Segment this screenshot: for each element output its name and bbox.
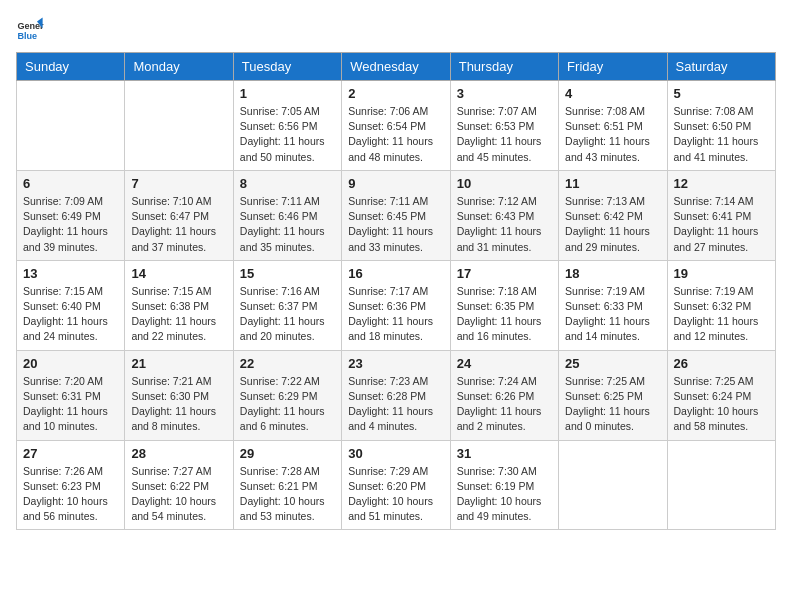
day-number: 14: [131, 266, 226, 281]
calendar-week-row: 6Sunrise: 7:09 AM Sunset: 6:49 PM Daylig…: [17, 170, 776, 260]
calendar-cell: 6Sunrise: 7:09 AM Sunset: 6:49 PM Daylig…: [17, 170, 125, 260]
calendar-cell: 29Sunrise: 7:28 AM Sunset: 6:21 PM Dayli…: [233, 440, 341, 530]
day-info: Sunrise: 7:19 AM Sunset: 6:33 PM Dayligh…: [565, 284, 660, 345]
day-number: 26: [674, 356, 769, 371]
day-number: 16: [348, 266, 443, 281]
day-info: Sunrise: 7:26 AM Sunset: 6:23 PM Dayligh…: [23, 464, 118, 525]
day-info: Sunrise: 7:22 AM Sunset: 6:29 PM Dayligh…: [240, 374, 335, 435]
day-info: Sunrise: 7:15 AM Sunset: 6:38 PM Dayligh…: [131, 284, 226, 345]
calendar-cell: 8Sunrise: 7:11 AM Sunset: 6:46 PM Daylig…: [233, 170, 341, 260]
calendar-cell: 22Sunrise: 7:22 AM Sunset: 6:29 PM Dayli…: [233, 350, 341, 440]
day-info: Sunrise: 7:15 AM Sunset: 6:40 PM Dayligh…: [23, 284, 118, 345]
day-info: Sunrise: 7:23 AM Sunset: 6:28 PM Dayligh…: [348, 374, 443, 435]
calendar-week-row: 1Sunrise: 7:05 AM Sunset: 6:56 PM Daylig…: [17, 81, 776, 171]
calendar-cell: 11Sunrise: 7:13 AM Sunset: 6:42 PM Dayli…: [559, 170, 667, 260]
day-info: Sunrise: 7:25 AM Sunset: 6:25 PM Dayligh…: [565, 374, 660, 435]
calendar-cell: 9Sunrise: 7:11 AM Sunset: 6:45 PM Daylig…: [342, 170, 450, 260]
day-info: Sunrise: 7:24 AM Sunset: 6:26 PM Dayligh…: [457, 374, 552, 435]
calendar-week-row: 13Sunrise: 7:15 AM Sunset: 6:40 PM Dayli…: [17, 260, 776, 350]
calendar-cell: 15Sunrise: 7:16 AM Sunset: 6:37 PM Dayli…: [233, 260, 341, 350]
day-number: 1: [240, 86, 335, 101]
day-info: Sunrise: 7:16 AM Sunset: 6:37 PM Dayligh…: [240, 284, 335, 345]
logo: General Blue: [16, 16, 48, 44]
day-info: Sunrise: 7:18 AM Sunset: 6:35 PM Dayligh…: [457, 284, 552, 345]
day-number: 28: [131, 446, 226, 461]
calendar-cell: 21Sunrise: 7:21 AM Sunset: 6:30 PM Dayli…: [125, 350, 233, 440]
calendar-cell: 5Sunrise: 7:08 AM Sunset: 6:50 PM Daylig…: [667, 81, 775, 171]
day-info: Sunrise: 7:11 AM Sunset: 6:45 PM Dayligh…: [348, 194, 443, 255]
day-info: Sunrise: 7:06 AM Sunset: 6:54 PM Dayligh…: [348, 104, 443, 165]
calendar-cell: 30Sunrise: 7:29 AM Sunset: 6:20 PM Dayli…: [342, 440, 450, 530]
calendar-cell: 10Sunrise: 7:12 AM Sunset: 6:43 PM Dayli…: [450, 170, 558, 260]
day-number: 12: [674, 176, 769, 191]
day-info: Sunrise: 7:13 AM Sunset: 6:42 PM Dayligh…: [565, 194, 660, 255]
day-number: 27: [23, 446, 118, 461]
day-info: Sunrise: 7:09 AM Sunset: 6:49 PM Dayligh…: [23, 194, 118, 255]
svg-text:Blue: Blue: [17, 31, 37, 41]
day-number: 17: [457, 266, 552, 281]
day-info: Sunrise: 7:28 AM Sunset: 6:21 PM Dayligh…: [240, 464, 335, 525]
day-number: 23: [348, 356, 443, 371]
calendar-cell: [559, 440, 667, 530]
calendar-cell: 18Sunrise: 7:19 AM Sunset: 6:33 PM Dayli…: [559, 260, 667, 350]
day-of-week-header: Wednesday: [342, 53, 450, 81]
calendar-cell: 19Sunrise: 7:19 AM Sunset: 6:32 PM Dayli…: [667, 260, 775, 350]
day-info: Sunrise: 7:07 AM Sunset: 6:53 PM Dayligh…: [457, 104, 552, 165]
day-info: Sunrise: 7:19 AM Sunset: 6:32 PM Dayligh…: [674, 284, 769, 345]
day-info: Sunrise: 7:10 AM Sunset: 6:47 PM Dayligh…: [131, 194, 226, 255]
calendar-header-row: SundayMondayTuesdayWednesdayThursdayFrid…: [17, 53, 776, 81]
calendar-cell: 1Sunrise: 7:05 AM Sunset: 6:56 PM Daylig…: [233, 81, 341, 171]
calendar-cell: 31Sunrise: 7:30 AM Sunset: 6:19 PM Dayli…: [450, 440, 558, 530]
day-info: Sunrise: 7:08 AM Sunset: 6:50 PM Dayligh…: [674, 104, 769, 165]
calendar-cell: [17, 81, 125, 171]
calendar-cell: 2Sunrise: 7:06 AM Sunset: 6:54 PM Daylig…: [342, 81, 450, 171]
day-number: 22: [240, 356, 335, 371]
calendar-cell: 17Sunrise: 7:18 AM Sunset: 6:35 PM Dayli…: [450, 260, 558, 350]
day-info: Sunrise: 7:30 AM Sunset: 6:19 PM Dayligh…: [457, 464, 552, 525]
day-number: 15: [240, 266, 335, 281]
calendar-week-row: 27Sunrise: 7:26 AM Sunset: 6:23 PM Dayli…: [17, 440, 776, 530]
day-of-week-header: Friday: [559, 53, 667, 81]
day-number: 5: [674, 86, 769, 101]
day-number: 6: [23, 176, 118, 191]
calendar-cell: 28Sunrise: 7:27 AM Sunset: 6:22 PM Dayli…: [125, 440, 233, 530]
day-of-week-header: Saturday: [667, 53, 775, 81]
day-info: Sunrise: 7:05 AM Sunset: 6:56 PM Dayligh…: [240, 104, 335, 165]
day-number: 18: [565, 266, 660, 281]
calendar-cell: 7Sunrise: 7:10 AM Sunset: 6:47 PM Daylig…: [125, 170, 233, 260]
calendar-cell: 4Sunrise: 7:08 AM Sunset: 6:51 PM Daylig…: [559, 81, 667, 171]
day-of-week-header: Monday: [125, 53, 233, 81]
day-of-week-header: Thursday: [450, 53, 558, 81]
day-info: Sunrise: 7:25 AM Sunset: 6:24 PM Dayligh…: [674, 374, 769, 435]
day-number: 11: [565, 176, 660, 191]
day-number: 21: [131, 356, 226, 371]
day-number: 9: [348, 176, 443, 191]
calendar-cell: 16Sunrise: 7:17 AM Sunset: 6:36 PM Dayli…: [342, 260, 450, 350]
day-number: 8: [240, 176, 335, 191]
calendar-cell: 20Sunrise: 7:20 AM Sunset: 6:31 PM Dayli…: [17, 350, 125, 440]
logo-icon: General Blue: [16, 16, 44, 44]
day-number: 20: [23, 356, 118, 371]
calendar-cell: 25Sunrise: 7:25 AM Sunset: 6:25 PM Dayli…: [559, 350, 667, 440]
day-number: 25: [565, 356, 660, 371]
day-info: Sunrise: 7:21 AM Sunset: 6:30 PM Dayligh…: [131, 374, 226, 435]
day-number: 3: [457, 86, 552, 101]
day-number: 2: [348, 86, 443, 101]
page-header: General Blue: [16, 16, 776, 44]
day-info: Sunrise: 7:17 AM Sunset: 6:36 PM Dayligh…: [348, 284, 443, 345]
day-info: Sunrise: 7:12 AM Sunset: 6:43 PM Dayligh…: [457, 194, 552, 255]
calendar-cell: [667, 440, 775, 530]
calendar-cell: 14Sunrise: 7:15 AM Sunset: 6:38 PM Dayli…: [125, 260, 233, 350]
calendar-cell: 13Sunrise: 7:15 AM Sunset: 6:40 PM Dayli…: [17, 260, 125, 350]
day-info: Sunrise: 7:11 AM Sunset: 6:46 PM Dayligh…: [240, 194, 335, 255]
calendar-cell: 27Sunrise: 7:26 AM Sunset: 6:23 PM Dayli…: [17, 440, 125, 530]
day-number: 7: [131, 176, 226, 191]
day-number: 13: [23, 266, 118, 281]
day-info: Sunrise: 7:27 AM Sunset: 6:22 PM Dayligh…: [131, 464, 226, 525]
calendar-week-row: 20Sunrise: 7:20 AM Sunset: 6:31 PM Dayli…: [17, 350, 776, 440]
calendar-cell: 24Sunrise: 7:24 AM Sunset: 6:26 PM Dayli…: [450, 350, 558, 440]
day-of-week-header: Tuesday: [233, 53, 341, 81]
calendar-cell: 23Sunrise: 7:23 AM Sunset: 6:28 PM Dayli…: [342, 350, 450, 440]
day-number: 10: [457, 176, 552, 191]
calendar-table: SundayMondayTuesdayWednesdayThursdayFrid…: [16, 52, 776, 530]
